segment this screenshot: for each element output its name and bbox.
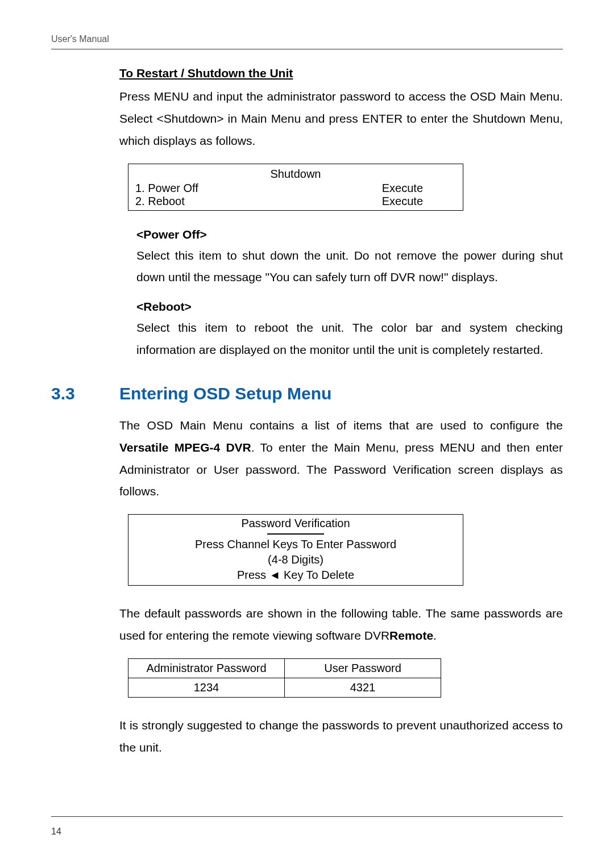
reboot-text: Select this item to reboot the unit. The… (136, 317, 563, 361)
reboot-heading: <Reboot> (136, 300, 563, 314)
password-verification-box: Password Verification Press Channel Keys… (128, 514, 463, 586)
pw-table-header1: Administrator Password (128, 658, 285, 678)
reboot-section: <Reboot> Select this item to reboot the … (136, 300, 563, 361)
pw-verif-line2: (4-8 Digits) (128, 552, 463, 567)
shutdown-row-2: 2. Reboot Execute (134, 195, 457, 208)
pw-verif-line3: Press ◄ Key To Delete (128, 567, 463, 583)
osd-section-header: 3.3 Entering OSD Setup Menu (51, 384, 563, 403)
shutdown-menu-box: Shutdown 1. Power Off Execute 2. Reboot … (128, 164, 463, 211)
pw-table-cell1: 1234 (128, 678, 285, 697)
osd-content: The OSD Main Menu contains a list of ite… (119, 415, 563, 759)
section-number: 3.3 (51, 384, 75, 403)
restart-heading: To Restart / Shutdown the Unit (119, 66, 563, 80)
restart-paragraph: Press MENU and input the administrator p… (119, 86, 563, 152)
shutdown-row2-left: 2. Reboot (135, 195, 185, 208)
default-pw-pre: The default passwords are shown in the f… (119, 607, 563, 642)
pw-table-header2: User Password (285, 658, 441, 678)
closing-para: It is strongly suggested to change the p… (119, 715, 563, 759)
header-label: User's Manual (51, 34, 563, 44)
default-pw-bold: Remote (389, 629, 433, 642)
osd-para1-bold: Versatile MPEG-4 DVR (119, 441, 251, 454)
shutdown-row1-left: 1. Power Off (135, 182, 198, 195)
shutdown-row1-right: Execute (382, 182, 423, 195)
header-divider (51, 49, 563, 49)
osd-para1: The OSD Main Menu contains a list of ite… (119, 415, 563, 503)
shutdown-row-1: 1. Power Off Execute (134, 182, 457, 195)
section-title: Entering OSD Setup Menu (119, 384, 331, 403)
table-row: 1234 4321 (128, 678, 441, 697)
pw-verif-title: Password Verification (128, 517, 463, 533)
poweroff-section: <Power Off> Select this item to shut dow… (136, 228, 563, 289)
default-pw-post: . (433, 629, 437, 642)
password-table: Administrator Password User Password 123… (128, 658, 441, 698)
content-area: To Restart / Shutdown the Unit Press MEN… (119, 66, 563, 361)
poweroff-heading: <Power Off> (136, 228, 563, 241)
osd-para1-pre: The OSD Main Menu contains a list of ite… (119, 419, 563, 432)
footer-divider (51, 816, 563, 817)
poweroff-text: Select this item to shut down the unit. … (136, 245, 563, 289)
pw-underline (267, 533, 324, 535)
pw-verif-line1: Press Channel Keys To Enter Password (128, 537, 463, 552)
default-pw-para: The default passwords are shown in the f… (119, 603, 563, 647)
page-number: 14 (51, 827, 61, 837)
pw-table-cell2: 4321 (285, 678, 441, 697)
shutdown-title: Shutdown (134, 166, 457, 182)
shutdown-row2-right: Execute (382, 195, 423, 208)
table-row: Administrator Password User Password (128, 658, 441, 678)
